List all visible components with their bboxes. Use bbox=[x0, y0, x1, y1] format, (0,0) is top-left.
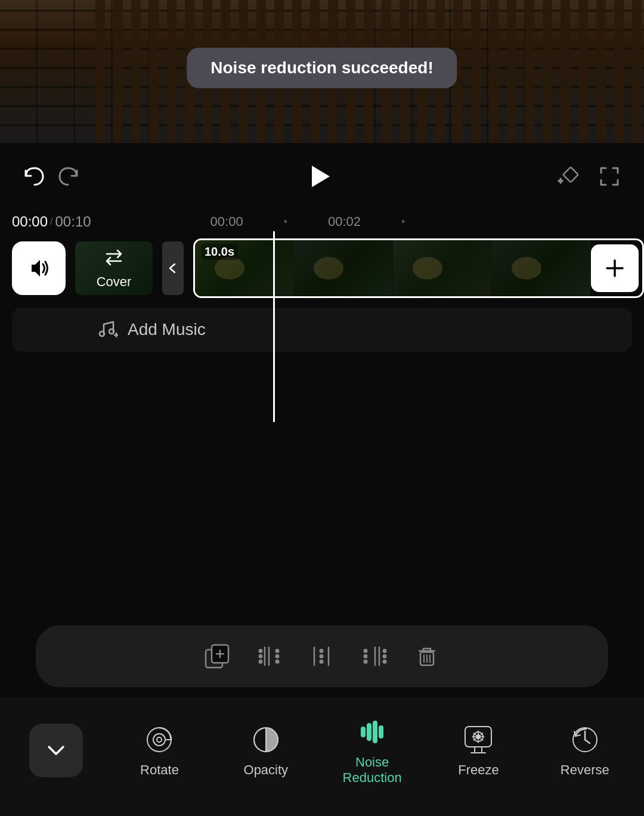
reverse-action[interactable]: Reverse bbox=[555, 723, 615, 778]
playback-controls: + bbox=[0, 143, 644, 210]
video-clip-track[interactable]: 10.0s bbox=[193, 238, 644, 298]
time-dot-2: • bbox=[401, 216, 405, 228]
split-start-button[interactable] bbox=[249, 636, 290, 677]
undo-button[interactable] bbox=[18, 160, 51, 193]
opacity-action[interactable]: Opacity bbox=[236, 723, 296, 778]
cover-label: Cover bbox=[97, 274, 132, 290]
svg-point-51 bbox=[476, 735, 480, 739]
opacity-label: Opacity bbox=[244, 762, 289, 778]
audio-volume-button[interactable] bbox=[12, 241, 66, 295]
svg-rect-45 bbox=[373, 721, 377, 743]
add-keyframe-button[interactable]: + bbox=[553, 160, 587, 193]
rotate-label: Rotate bbox=[140, 762, 179, 778]
timeline-area: Cover 10.0s bbox=[0, 231, 644, 422]
redo-button[interactable] bbox=[51, 160, 85, 193]
noise-reduction-label: NoiseReduction bbox=[343, 755, 402, 786]
svg-point-29 bbox=[364, 660, 367, 663]
audio-track-row: Cover 10.0s bbox=[0, 231, 644, 305]
clip-duration: 10.0s bbox=[201, 244, 238, 260]
freeze-label: Freeze bbox=[458, 762, 499, 778]
svg-text:+: + bbox=[558, 176, 563, 185]
rotate-action[interactable]: Rotate bbox=[129, 723, 189, 778]
clip-toolbar bbox=[0, 616, 644, 697]
svg-point-34 bbox=[383, 660, 386, 663]
duplicate-button[interactable] bbox=[197, 636, 237, 677]
svg-point-15 bbox=[259, 655, 262, 658]
add-music-icon bbox=[95, 317, 118, 342]
svg-point-32 bbox=[383, 650, 386, 653]
time-current: 00:00 bbox=[12, 213, 48, 230]
time-mark-0: 00:00 bbox=[210, 214, 243, 229]
split-button[interactable] bbox=[302, 636, 342, 677]
svg-point-19 bbox=[276, 650, 279, 653]
svg-point-24 bbox=[320, 655, 323, 658]
bottom-action-bar: Rotate Opacity NoiseReduction bbox=[0, 697, 644, 816]
svg-point-20 bbox=[276, 655, 279, 658]
cover-arrows-icon bbox=[103, 247, 125, 271]
svg-point-16 bbox=[259, 660, 262, 663]
clip-frame-3 bbox=[393, 240, 492, 296]
delete-button[interactable] bbox=[407, 636, 447, 677]
add-clip-button[interactable] bbox=[591, 244, 639, 292]
svg-point-27 bbox=[364, 650, 367, 653]
svg-rect-46 bbox=[379, 726, 383, 738]
noise-reduction-action[interactable]: NoiseReduction bbox=[342, 715, 402, 786]
svg-point-40 bbox=[153, 734, 165, 746]
video-preview: Noise reduction succeeded! bbox=[0, 0, 644, 143]
add-music-label[interactable]: Add Music bbox=[128, 320, 206, 339]
svg-rect-43 bbox=[361, 727, 365, 737]
svg-point-14 bbox=[259, 650, 262, 653]
time-dot-1: • bbox=[284, 216, 287, 228]
cover-clip[interactable]: Cover bbox=[75, 241, 153, 295]
toolbar-pills bbox=[36, 625, 608, 687]
toast-text: Noise reduction succeeded! bbox=[210, 58, 433, 77]
svg-point-21 bbox=[276, 660, 279, 663]
svg-rect-44 bbox=[367, 724, 371, 740]
svg-rect-2 bbox=[563, 167, 578, 182]
time-separator: / bbox=[50, 216, 52, 227]
svg-point-6 bbox=[100, 331, 104, 336]
svg-point-7 bbox=[109, 329, 114, 334]
svg-point-25 bbox=[320, 660, 323, 663]
clip-frame-4 bbox=[492, 240, 591, 296]
collapse-track-button[interactable] bbox=[162, 241, 184, 295]
time-total: 00:10 bbox=[55, 213, 91, 230]
svg-marker-0 bbox=[312, 166, 330, 187]
collapse-panel-button[interactable] bbox=[29, 724, 83, 777]
svg-point-41 bbox=[157, 737, 162, 742]
play-button[interactable] bbox=[298, 155, 340, 198]
split-end-button[interactable] bbox=[354, 636, 395, 677]
svg-point-33 bbox=[383, 655, 386, 658]
freeze-action[interactable]: Freeze bbox=[448, 723, 508, 778]
playhead bbox=[273, 231, 275, 422]
fullscreen-button[interactable] bbox=[593, 160, 626, 193]
svg-point-28 bbox=[364, 655, 367, 658]
clip-frame-2 bbox=[294, 240, 393, 296]
svg-line-54 bbox=[585, 740, 590, 743]
toast-notification: Noise reduction succeeded! bbox=[187, 48, 457, 88]
clip-frames bbox=[195, 240, 591, 296]
time-mark-2: 00:02 bbox=[328, 214, 361, 229]
svg-point-23 bbox=[320, 650, 323, 653]
reverse-label: Reverse bbox=[561, 762, 609, 778]
